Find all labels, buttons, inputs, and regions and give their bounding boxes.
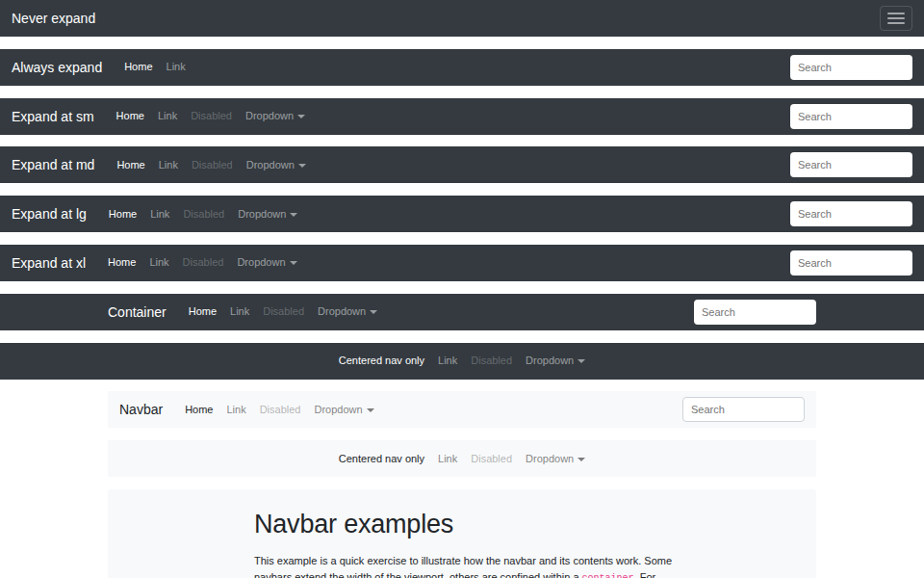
navbar-expand-lg: Expand at lg Home Link Disabled Dropdown: [0, 196, 924, 232]
search-input[interactable]: [790, 55, 912, 80]
navbar-centered-light: Centered nav only Link Disabled Dropdown: [108, 440, 816, 477]
nav-link-home[interactable]: Home: [110, 111, 151, 121]
nav-link-home[interactable]: Home: [117, 62, 159, 72]
nav-link-disabled: Disabled: [185, 160, 240, 171]
nav-link-home[interactable]: Home: [110, 160, 151, 171]
nav-link-disabled: Disabled: [253, 405, 308, 415]
search-input[interactable]: [694, 300, 816, 325]
nav-link-disabled: Disabled: [464, 454, 519, 464]
nav-links: Home Link Disabled Dropdown: [110, 160, 312, 171]
nav-link-link[interactable]: Link: [152, 160, 185, 171]
nav-link-dropdown[interactable]: Dropdown: [240, 160, 313, 171]
chevron-down-icon: [298, 164, 306, 168]
nav-link-home[interactable]: Home: [101, 257, 142, 268]
nav-link-dropdown[interactable]: Dropdown: [519, 454, 592, 464]
search-input[interactable]: [790, 201, 912, 226]
brand-container[interactable]: Container: [108, 305, 167, 319]
nav-link-disabled: Disabled: [176, 209, 231, 220]
chevron-down-icon: [290, 213, 297, 217]
nav-link-link[interactable]: Link: [431, 355, 464, 366]
chevron-down-icon: [370, 310, 377, 314]
navbar-never-expand: Never expand: [0, 0, 924, 37]
nav-link-dropdown[interactable]: Dropdown: [311, 306, 384, 317]
nav-link-link[interactable]: Link: [151, 111, 184, 121]
jumbotron-column: Navbar examples This example is a quick …: [254, 509, 685, 578]
nav-link-home[interactable]: Home: [182, 306, 223, 317]
chevron-down-icon: [290, 261, 297, 265]
nav-links: Home Link Disabled Dropdown: [182, 306, 384, 317]
search-input[interactable]: [790, 104, 912, 129]
brand-always-expand[interactable]: Always expand: [12, 61, 102, 74]
chevron-down-icon: [297, 115, 305, 118]
navbar-container-inner: Container Home Link Disabled Dropdown: [108, 294, 816, 330]
navbar-expand-md: Expand at md Home Link Disabled Dropdown: [0, 146, 924, 183]
nav-link-disabled: Disabled: [184, 111, 239, 121]
brand-expand-md[interactable]: Expand at md: [12, 158, 94, 171]
navbar-container: Container Home Link Disabled Dropdown: [0, 294, 924, 330]
nav-link-home[interactable]: Home: [102, 209, 143, 220]
brand-never-expand[interactable]: Never expand: [12, 12, 95, 25]
navbar-centered-dark: Centered nav only Link Disabled Dropdown: [0, 343, 924, 380]
navbar-expand-xl: Expand at xl Home Link Disabled Dropdown: [0, 245, 924, 281]
search-input[interactable]: [790, 152, 912, 177]
nav-link-link[interactable]: Link: [431, 454, 464, 464]
nav-link-dropdown[interactable]: Dropdown: [239, 111, 312, 121]
chevron-down-icon: [367, 408, 374, 412]
navbar-expand-sm: Expand at sm Home Link Disabled Dropdown: [0, 98, 924, 135]
search-input[interactable]: [790, 250, 912, 276]
nav-links: Home Link: [117, 62, 192, 72]
nav-link-centered-nav-only[interactable]: Centered nav only: [332, 454, 431, 464]
hamburger-icon: [887, 13, 905, 14]
nav-link-link[interactable]: Link: [160, 62, 192, 72]
chevron-down-icon: [578, 458, 585, 461]
brand-navbar[interactable]: Navbar: [119, 403, 163, 416]
intro-paragraph: This example is a quick exercise to illu…: [254, 553, 685, 578]
nav-link-link[interactable]: Link: [223, 306, 256, 317]
nav-link-dropdown[interactable]: Dropdown: [231, 209, 304, 220]
nav-link-dropdown[interactable]: Dropdown: [230, 257, 303, 268]
nav-links: Home Link Disabled Dropdown: [102, 209, 304, 220]
nav-links-centered: Centered nav only Link Disabled Dropdown: [332, 454, 592, 464]
navbar-light: Navbar Home Link Disabled Dropdown: [108, 391, 816, 428]
chevron-down-icon: [578, 359, 585, 363]
navbar-toggler-button[interactable]: [880, 6, 912, 31]
nav-link-disabled: Disabled: [464, 355, 519, 366]
nav-links: Home Link Disabled Dropdown: [110, 111, 312, 121]
nav-link-link[interactable]: Link: [143, 209, 176, 220]
brand-expand-xl[interactable]: Expand at xl: [12, 256, 86, 270]
nav-links: Home Link Disabled Dropdown: [101, 257, 303, 268]
nav-link-home[interactable]: Home: [178, 405, 219, 415]
page-title: Navbar examples: [254, 509, 685, 539]
nav-link-link[interactable]: Link: [142, 257, 175, 268]
jumbotron: Navbar examples This example is a quick …: [108, 489, 816, 578]
nav-links-centered: Centered nav only Link Disabled Dropdown: [332, 355, 592, 366]
brand-expand-sm[interactable]: Expand at sm: [12, 110, 94, 123]
inline-code-container: container: [582, 573, 634, 578]
brand-expand-lg[interactable]: Expand at lg: [12, 207, 87, 221]
search-input[interactable]: [682, 397, 805, 422]
navbar-always-expand: Always expand Home Link: [0, 49, 924, 86]
nav-link-centered-nav-only[interactable]: Centered nav only: [332, 355, 431, 366]
nav-link-link[interactable]: Link: [219, 405, 252, 415]
nav-link-disabled: Disabled: [176, 257, 231, 268]
nav-links: Home Link Disabled Dropdown: [178, 405, 380, 415]
nav-link-dropdown[interactable]: Dropdown: [519, 355, 592, 366]
nav-link-disabled: Disabled: [256, 306, 311, 317]
nav-link-dropdown[interactable]: Dropdown: [307, 405, 380, 415]
